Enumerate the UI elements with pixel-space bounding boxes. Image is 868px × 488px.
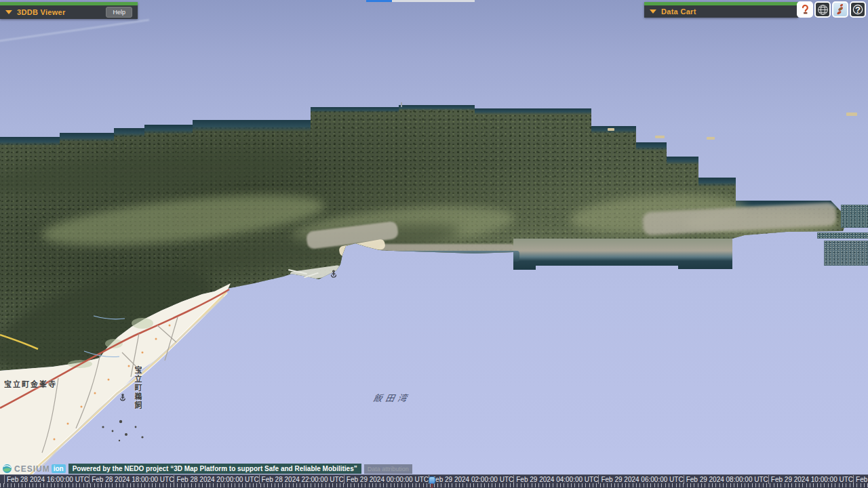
3ddb-logo-icon[interactable] (797, 1, 813, 18)
terrain-tile-fragment (824, 241, 868, 266)
ion-badge: ion (52, 464, 66, 473)
distant-label-speck (846, 113, 857, 116)
distant-label-speck (608, 128, 614, 131)
globe-wireframe-icon[interactable] (814, 1, 831, 18)
attribution-bar: CESIUM ion Powered by the NEDO project “… (1, 463, 412, 474)
japan-map-icon[interactable] (832, 1, 848, 18)
toolbar: ? (797, 1, 866, 18)
far-sea-band (144, 125, 193, 134)
far-sea-band (60, 133, 114, 142)
far-sea-band (0, 137, 60, 146)
cesium-wordmark-text: CESIUM (14, 464, 50, 474)
anchor-icon (330, 270, 338, 278)
far-sea-band (311, 107, 399, 113)
far-sea-band (636, 142, 667, 150)
help-icon[interactable]: ? (850, 1, 866, 18)
cesium-3d-scene[interactable]: 宝立町金峯寺 宝立町鵜飼 飯田湾 3DDB Viewer Help Data C… (0, 0, 868, 488)
far-sea-band (193, 120, 311, 131)
sky-contrail (0, 19, 149, 41)
viewer-panel: 3DDB Viewer Help (0, 2, 138, 19)
timeline-bar[interactable]: Feb 28 2024 16:00:00 UTCFeb 28 2024 18:0… (0, 474, 868, 488)
tile-loading-bar (366, 0, 475, 2)
nedo-credit: Powered by the NEDO project “3D Map Plat… (68, 464, 361, 474)
data-cart-title: Data Cart (661, 7, 696, 16)
far-sea-band (475, 108, 591, 115)
cesium-logo[interactable]: CESIUM ion (1, 463, 66, 474)
distant-label-speck (655, 136, 665, 138)
terrain-tile-fragment (841, 205, 868, 228)
shore-water (377, 251, 519, 262)
collapse-triangle-icon[interactable] (5, 10, 12, 14)
help-button[interactable]: Help (106, 7, 132, 18)
terrain-tile-fragment (817, 232, 868, 239)
bay-label: 飯田湾 (372, 391, 412, 404)
viewer-panel-title: 3DDB Viewer (17, 8, 66, 16)
distant-label-speck (707, 137, 715, 140)
data-cart-panel: Data Cart (644, 2, 798, 18)
data-attribution-link[interactable]: Data attribution (364, 464, 412, 474)
town-label-horizontal: 宝立町金峯寺 (4, 378, 57, 389)
ridge-tower (401, 102, 402, 107)
coastal-tile-strip (513, 239, 732, 270)
town-label-vertical: 宝立町鵜飼 (132, 366, 143, 410)
cesium-globe-icon (1, 463, 13, 474)
tile-loading-fill (366, 0, 392, 2)
far-sea-band (698, 178, 736, 186)
far-sea-band (667, 157, 698, 165)
far-sea-band (399, 105, 475, 110)
collapse-triangle-icon[interactable] (650, 9, 656, 14)
timeline-needle (432, 483, 433, 488)
far-sea-band (114, 128, 144, 137)
